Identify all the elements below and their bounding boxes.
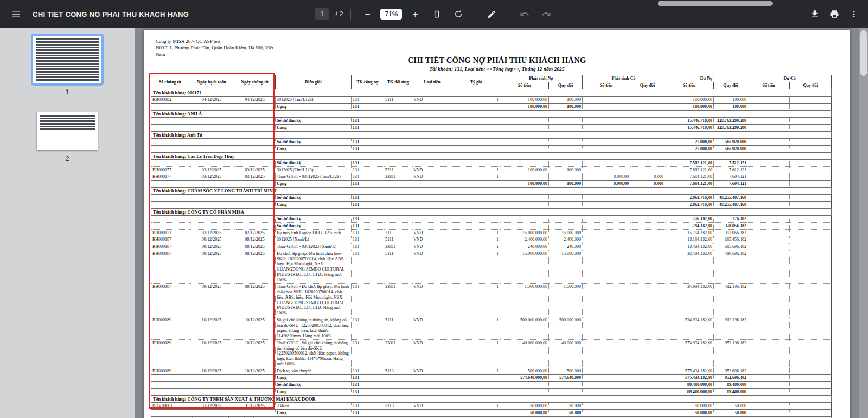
page-count-label: / 2 [336, 10, 343, 18]
table-cell [630, 104, 665, 111]
download-icon[interactable] [806, 5, 824, 23]
table-cell: BH000182 [151, 97, 189, 104]
table-cell [790, 382, 832, 389]
table-cell: 2.063.716,00 [665, 202, 714, 209]
toolbar-divider [350, 9, 351, 20]
table-cell: BH000187 [151, 250, 189, 284]
table-cell [549, 118, 583, 125]
zoom-level-field[interactable]: 71% [380, 9, 402, 20]
table-cell: 794.182,00 [665, 222, 714, 229]
table-cell [500, 202, 549, 209]
more-options-icon[interactable] [845, 5, 863, 23]
col-header-du-co: Dư Có [748, 75, 832, 82]
table-cell: VND [412, 173, 452, 181]
undo-icon[interactable] [516, 5, 533, 23]
table-row: BH00018910/12/202510/12/2025Sổ ghi chú k… [151, 317, 832, 339]
page-thumbnail-1[interactable]: 1 [0, 36, 135, 96]
table-cell [583, 339, 630, 368]
table-cell [412, 382, 452, 389]
total-row: Cộng13189.400.000,0089.400.000 [151, 388, 832, 395]
table-cell [234, 118, 276, 125]
table-cell: 240.000 [549, 243, 583, 250]
page-thumbnail-2[interactable]: 2 [0, 112, 135, 163]
table-cell [234, 104, 276, 111]
table-cell: 7.612.121,00 [665, 166, 714, 173]
table-cell [583, 159, 630, 166]
table-cell: 2.063.716,00 [665, 195, 714, 202]
table-cell [384, 104, 412, 111]
table-cell: Số dư đầu kỳ [276, 195, 352, 202]
table-cell: 15.000.000,00 [500, 229, 549, 236]
total-row: Cộng131574.640.000,00574.640.000575.434.… [151, 375, 832, 382]
table-cell [189, 216, 234, 223]
company-address: N03 T 1, Phường Phúc Tân, Quận Hoàn Kiếm… [156, 44, 274, 57]
table-cell: 7.604.121,00 [665, 181, 714, 188]
table-cell [452, 382, 500, 389]
table-cell: 240.000,00 [500, 243, 549, 250]
table-cell: 43.255.487.360 [714, 202, 748, 209]
table-cell [549, 202, 583, 209]
page-number-input[interactable] [315, 8, 329, 20]
customer-group-label: Tên khách hàng: CÔNG TY TNHH SẢN XUẤT & … [151, 395, 832, 402]
table-cell: BH000177 [151, 166, 189, 173]
table-cell: 04/12/2025 [234, 97, 276, 104]
table-cell [151, 195, 189, 202]
redo-icon[interactable] [538, 5, 555, 23]
customer-group-label: Tên khách hàng: 000171 [151, 89, 832, 97]
table-cell: 1 [452, 403, 500, 410]
opening-balance-row: Số dư đầu kỳ13189.400.000,0089.400.000 [151, 382, 832, 389]
table-cell [189, 222, 234, 229]
table-cell: 50.000,00 [500, 409, 549, 416]
table-cell [630, 166, 665, 173]
table-cell: 131 [352, 250, 384, 284]
table-cell [790, 181, 832, 188]
table-cell: 08/12/2025 [189, 243, 234, 250]
customer-group-label: Tên khách hàng: ANH Ả [151, 110, 832, 117]
table-cell [790, 104, 832, 111]
table-cell: 234test [276, 403, 352, 410]
table-cell [630, 229, 665, 236]
annotate-pen-icon[interactable] [483, 5, 500, 23]
table-cell: 10/12/2025 [189, 317, 234, 339]
menu-icon[interactable] [8, 5, 25, 23]
table-cell: 8.000,00 [583, 173, 630, 181]
thumbnail-content [40, 115, 95, 131]
opening-balance-row: Số dư đầu kỳ1317.512.121,007.512.121 [151, 159, 832, 166]
table-row: BDV0000131/12/202531/12/2025234test13151… [151, 403, 832, 410]
table-cell [189, 159, 234, 166]
customer-group-row: Tên khách hàng: CÔNG TY CỔ PHẦN MISA [151, 208, 832, 215]
zoom-out-button[interactable]: − [359, 5, 376, 23]
table-cell [384, 145, 412, 152]
customer-group-label: Tên khách hàng: Anh Tú [151, 131, 832, 138]
table-cell [630, 139, 665, 146]
col-header-tk-cong-no: TK công nợ [352, 75, 384, 89]
vertical-scrollbar[interactable] [859, 28, 868, 418]
table-cell: 33.434.182,00 [665, 250, 714, 284]
table-cell: 03/12/2025 [234, 173, 276, 181]
table-cell: 100.000,00 [500, 104, 549, 111]
scrollbar-thumb[interactable] [860, 30, 867, 76]
fit-page-icon[interactable] [428, 5, 445, 23]
table-cell [549, 173, 583, 181]
table-cell: Thuế GTGT - 03012025 (Xanh/L) [276, 243, 352, 250]
table-cell [151, 104, 189, 111]
table-cell: 323.763.209.280 [714, 118, 748, 125]
table-cell [412, 181, 452, 188]
table-cell: 7.604.121 [714, 173, 748, 181]
table-cell: 89.400.000,00 [665, 388, 714, 395]
table-cell [748, 403, 790, 410]
print-icon[interactable] [826, 5, 843, 23]
col-header-so-tien: Số tiền [500, 82, 549, 89]
rotate-icon[interactable] [450, 5, 467, 23]
table-cell [234, 181, 276, 188]
col-header-so-tien: Số tiền [748, 82, 790, 89]
thumbnail-content [36, 38, 99, 81]
table-cell: 3012025 (Xanh/L) [276, 236, 352, 243]
table-cell [748, 139, 790, 146]
table-cell [234, 139, 276, 146]
table-cell [790, 216, 832, 223]
table-cell: 412.196.182 [714, 284, 748, 317]
zoom-in-button[interactable]: + [406, 5, 424, 23]
table-cell [790, 284, 832, 317]
table-cell [412, 375, 452, 382]
